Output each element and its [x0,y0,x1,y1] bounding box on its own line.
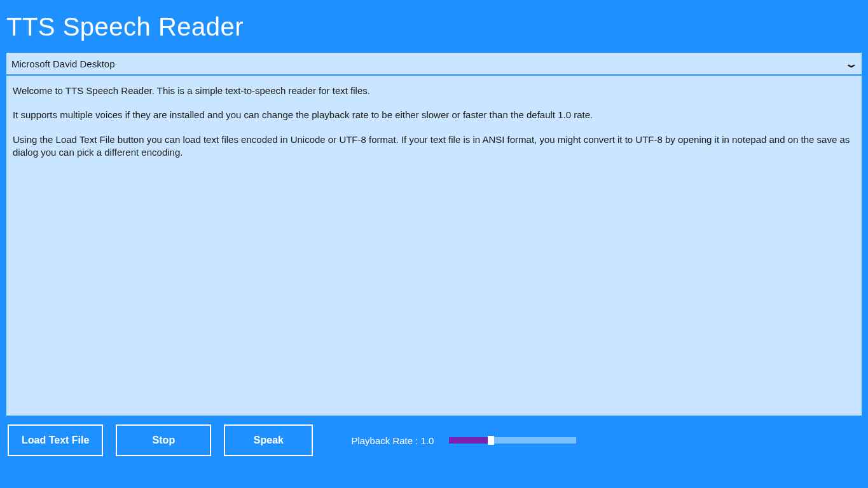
stop-button[interactable]: Stop [116,424,211,456]
app-window: TTS Speech Reader Microsoft David Deskto… [0,0,868,488]
speak-button[interactable]: Speak [224,424,313,456]
playback-rate-label: Playback Rate : 1.0 [351,435,434,446]
load-text-file-button[interactable]: Load Text File [8,424,103,456]
paragraph-2: It supports multiple voices if they are … [13,109,855,121]
paragraph-3: Using the Load Text File button you can … [13,133,855,159]
controls-bar: Load Text File Stop Speak Playback Rate … [0,416,868,488]
voice-select-value: Microsoft David Desktop [11,58,115,69]
chevron-down-icon: ⌄ [844,58,858,70]
slider-fill [449,437,491,444]
paragraph-1: Welcome to TTS Speech Reader. This is a … [13,85,855,97]
voice-select-dropdown[interactable]: Microsoft David Desktop ⌄ [6,53,862,74]
slider-thumb[interactable] [488,436,494,445]
app-title: TTS Speech Reader [0,0,868,53]
text-content-area[interactable]: Welcome to TTS Speech Reader. This is a … [6,76,862,416]
playback-rate-slider[interactable] [449,437,576,444]
